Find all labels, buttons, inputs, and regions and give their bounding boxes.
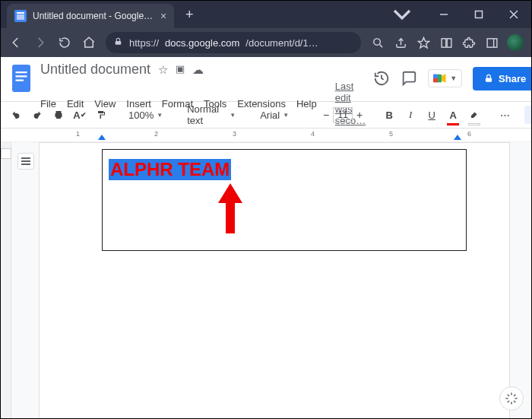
font-size-increase[interactable]: + [353, 107, 366, 122]
svg-rect-11 [487, 38, 497, 46]
move-icon[interactable]: ▣ [176, 63, 185, 77]
share-button[interactable]: Share [473, 67, 532, 90]
svg-rect-10 [447, 38, 451, 46]
editing-mode-button[interactable]: ▼ [524, 106, 532, 124]
editor-canvas: ALPHR TEAM [1, 142, 531, 418]
menu-extensions[interactable]: Extensions [237, 98, 286, 110]
svg-rect-21 [486, 78, 492, 81]
browser-toolbar: https://docs.google.com/document/d/1… [1, 28, 531, 57]
toolbar-actions [370, 34, 524, 51]
document-page[interactable]: ALPHR TEAM [39, 142, 510, 419]
menu-help[interactable]: Help [296, 98, 317, 110]
svg-line-6 [379, 44, 382, 47]
font-size-decrease[interactable]: − [319, 107, 333, 122]
bold-button[interactable]: B [382, 106, 397, 124]
docs-logo-icon[interactable] [10, 62, 33, 95]
svg-rect-16 [16, 80, 24, 81]
highlight-button[interactable] [467, 106, 482, 124]
svg-rect-14 [16, 71, 27, 73]
reading-list-icon[interactable] [439, 35, 454, 50]
svg-point-5 [373, 38, 380, 45]
underline-button[interactable]: U [424, 106, 439, 124]
browser-titlebar: Untitled document - Google Docs × + [1, 1, 531, 28]
svg-marker-25 [218, 183, 242, 233]
zoom-icon[interactable] [370, 35, 385, 50]
cloud-status-icon[interactable]: ☁ [192, 63, 204, 77]
back-button[interactable] [8, 35, 24, 50]
svg-rect-13 [12, 65, 30, 92]
right-indent-marker[interactable] [454, 135, 461, 140]
svg-rect-1 [476, 11, 483, 18]
outline-icon [21, 160, 30, 162]
document-title[interactable]: Untitled document [40, 62, 150, 78]
zoom-select[interactable]: 100%▼ [124, 110, 167, 121]
address-bar[interactable]: https://docs.google.com/document/d/1… [106, 32, 361, 53]
font-size-control: − 11 + [319, 107, 366, 122]
tab-stop-icon [1, 148, 11, 159]
docs-header: Untitled document ☆ ▣ ☁ File Edit View I… [1, 57, 531, 101]
show-outline-button[interactable] [17, 153, 34, 170]
close-window-button[interactable] [496, 1, 531, 28]
browser-tab[interactable]: Untitled document - Google Docs × [7, 4, 174, 28]
svg-rect-24 [57, 116, 61, 119]
new-tab-button[interactable]: + [179, 4, 200, 25]
font-select[interactable]: Arial▼ [255, 110, 304, 121]
explore-button[interactable] [499, 386, 524, 411]
horizontal-ruler[interactable]: 1 2 3 4 5 6 [1, 129, 531, 142]
svg-rect-19 [433, 75, 438, 78]
docs-favicon-icon [14, 10, 27, 22]
annotation-arrow-icon [215, 183, 245, 240]
selected-text[interactable]: ALPHR TEAM [109, 159, 231, 180]
home-button[interactable] [81, 35, 97, 50]
svg-marker-18 [442, 74, 445, 83]
menu-insert[interactable]: Insert [126, 98, 151, 110]
text-color-button[interactable]: A [445, 106, 461, 124]
tab-title: Untitled document - Google Docs [33, 11, 154, 21]
meet-button[interactable]: ▼ [428, 69, 462, 87]
share-url-icon[interactable] [393, 35, 408, 50]
italic-button[interactable]: I [403, 106, 418, 124]
lock-icon [483, 73, 494, 84]
style-select[interactable]: Normal text▼ [182, 103, 240, 126]
maximize-button[interactable] [461, 1, 496, 28]
vertical-ruler [1, 142, 11, 418]
url-path: /document/d/1… [245, 37, 318, 49]
url-scheme: https:// [129, 37, 159, 49]
lock-icon [113, 37, 123, 49]
spellcheck-button[interactable]: A✔ [72, 106, 87, 124]
undo-button[interactable] [8, 106, 24, 124]
svg-marker-8 [418, 37, 429, 47]
star-icon[interactable]: ☆ [158, 63, 168, 77]
svg-rect-9 [442, 38, 446, 46]
forward-button[interactable] [33, 35, 48, 50]
meet-icon [433, 73, 447, 84]
tabs-chevron-icon[interactable] [387, 1, 417, 28]
side-panel-icon[interactable] [484, 35, 499, 50]
text-box[interactable]: ALPHR TEAM [102, 149, 467, 251]
profile-ext-icon[interactable] [507, 34, 524, 51]
url-host: docs.google.com [165, 37, 239, 49]
reload-button[interactable] [57, 35, 72, 50]
window-controls [426, 1, 531, 28]
print-button[interactable] [51, 106, 66, 124]
extensions-icon[interactable] [461, 35, 477, 50]
minimize-button[interactable] [426, 1, 461, 28]
comments-icon[interactable] [401, 70, 417, 87]
header-right: ▼ Share [373, 62, 532, 95]
font-size-input[interactable]: 11 [333, 107, 353, 122]
svg-rect-20 [433, 78, 438, 82]
history-icon[interactable] [373, 70, 390, 87]
svg-rect-4 [116, 41, 122, 45]
bookmark-icon[interactable] [416, 35, 431, 50]
svg-rect-15 [16, 75, 27, 77]
paint-format-button[interactable] [93, 106, 109, 124]
caret-down-icon: ▼ [450, 75, 457, 82]
more-format-button[interactable]: ⋯ [497, 106, 512, 124]
tab-close-icon[interactable]: × [160, 10, 166, 22]
share-label: Share [499, 73, 526, 84]
redo-button[interactable] [30, 106, 45, 124]
left-indent-marker[interactable] [98, 135, 106, 140]
